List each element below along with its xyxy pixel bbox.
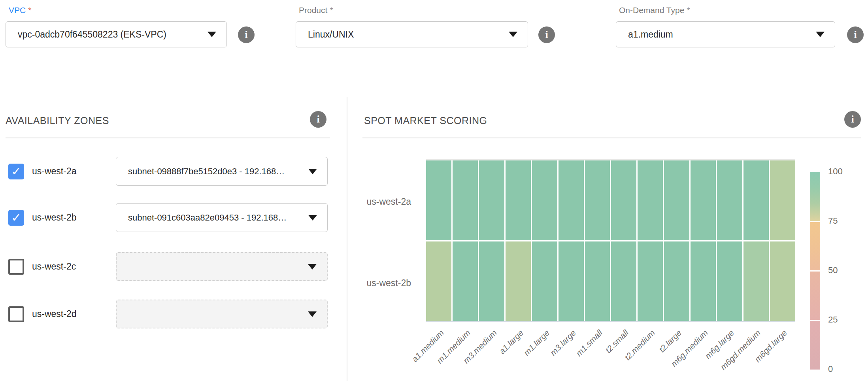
zone-checkbox-us-west-2d[interactable] — [8, 306, 24, 322]
zone-label: us-west-2c — [32, 261, 116, 272]
vpc-info-icon[interactable]: i — [238, 26, 255, 43]
az-row-us-west-2d: us-west-2d — [8, 300, 328, 328]
on-demand-type-select[interactable]: a1.medium — [616, 21, 835, 47]
colorbar-tick-label: 25 — [828, 315, 838, 325]
check-icon: ✓ — [11, 212, 21, 224]
heatmap-cell — [559, 241, 584, 321]
product-field-group: Product* Linux/UNIX — [296, 4, 529, 47]
spot-market-scoring-section: SPOT MARKET SCORING i us-west-2aus-west-… — [347, 97, 868, 381]
on-demand-type-required-asterisk: * — [687, 6, 690, 15]
subnet-select-us-west-2c — [116, 252, 328, 281]
heatmap-cell — [770, 241, 795, 321]
chevron-down-icon — [308, 264, 317, 270]
product-info-icon[interactable]: i — [538, 26, 555, 43]
zone-label: us-west-2a — [32, 166, 116, 177]
vpc-select[interactable]: vpc-0adcb70f645508223 (EKS-VPC) — [6, 21, 227, 47]
product-label-text: Product — [299, 6, 327, 15]
spot-market-scoring-info-icon[interactable]: i — [844, 111, 861, 128]
chevron-down-icon — [308, 215, 317, 221]
heatmap-cell — [426, 160, 451, 240]
heatmap-y-label: us-west-2a — [352, 196, 411, 207]
heatmap-cell — [506, 241, 531, 321]
on-demand-type-info-icon[interactable]: i — [847, 26, 864, 43]
colorbar-tick-label: 0 — [828, 364, 833, 374]
heatmap-cell — [743, 241, 769, 321]
vpc-label: VPC* — [9, 6, 227, 15]
az-row-us-west-2a: ✓ us-west-2a subnet-09888f7be5152d0e3 - … — [8, 157, 328, 186]
heatmap-cell — [506, 160, 531, 240]
product-select[interactable]: Linux/UNIX — [296, 21, 528, 47]
heatmap-cell — [479, 241, 504, 321]
heatmap-cell — [638, 241, 663, 321]
availability-zones-section: AVAILABILITY ZONES i ✓ us-west-2a subnet… — [0, 97, 347, 381]
availability-zones-rule — [6, 138, 330, 138]
heatmap-y-label: us-west-2b — [352, 278, 411, 289]
colorbar-gap — [810, 270, 820, 272]
chevron-down-icon — [509, 32, 517, 37]
on-demand-type-field-group: On-Demand Type* a1.medium — [616, 4, 836, 47]
heatmap-cell — [691, 160, 716, 240]
az-row-us-west-2b: ✓ us-west-2b subnet-091c603aa82e09453 - … — [8, 203, 328, 232]
heatmap-cell — [611, 241, 636, 321]
spot-instance-config-page: { "fields": { "vpc": { "label": "VPC", "… — [0, 0, 868, 381]
heatmap-cell — [770, 160, 795, 240]
heatmap-plot — [426, 159, 795, 322]
heatmap-cell — [585, 160, 610, 240]
heatmap-cell — [664, 241, 689, 321]
heatmap-cell — [453, 241, 478, 321]
subnet-select-us-west-2b[interactable]: subnet-091c603aa82e09453 - 192.168… — [116, 203, 328, 232]
heatmap-cell — [717, 241, 742, 321]
on-demand-type-select-value: a1.medium — [628, 29, 673, 40]
check-icon: ✓ — [11, 166, 21, 177]
chevron-down-icon — [308, 311, 317, 317]
vpc-required-asterisk: * — [28, 6, 31, 15]
spot-market-scoring-title: SPOT MARKET SCORING — [364, 115, 487, 126]
zone-checkbox-us-west-2b[interactable]: ✓ — [8, 210, 24, 226]
heatmap-cell — [585, 241, 610, 321]
spot-market-scoring-rule — [362, 138, 861, 138]
heatmap-cell — [611, 160, 636, 240]
chevron-down-icon — [308, 169, 317, 174]
availability-zones-info-icon[interactable]: i — [310, 111, 326, 128]
heatmap-cell — [638, 160, 663, 240]
zone-label: us-west-2b — [32, 212, 116, 223]
heatmap-cell — [691, 241, 716, 321]
colorbar-gap — [810, 221, 820, 222]
availability-zones-title: AVAILABILITY ZONES — [6, 115, 109, 126]
colorbar-tick-label: 50 — [828, 265, 838, 275]
product-label: Product* — [299, 6, 529, 15]
vpc-select-value: vpc-0adcb70f645508223 (EKS-VPC) — [18, 29, 166, 40]
subnet-select-us-west-2d — [116, 300, 328, 328]
product-required-asterisk: * — [330, 6, 333, 15]
colorbar-tick-label: 75 — [828, 216, 838, 226]
zone-checkbox-us-west-2a[interactable]: ✓ — [8, 164, 24, 179]
colorbar-tick-label: 100 — [828, 166, 843, 177]
heatmap-cell — [664, 160, 689, 240]
subnet-select-value: subnet-091c603aa82e09453 - 192.168… — [128, 213, 287, 223]
subnet-select-value: subnet-09888f7be5152d0e3 - 192.168… — [128, 166, 285, 177]
on-demand-type-label-text: On-Demand Type — [619, 6, 684, 15]
heatmap-colorbar — [810, 172, 820, 370]
heatmap-x-label: a1.medium — [367, 328, 446, 381]
heatmap-cell — [559, 160, 584, 240]
heatmap-cell — [717, 160, 742, 240]
heatmap-cell — [426, 241, 451, 321]
heatmap-cell — [532, 241, 557, 321]
heatmap-cell — [453, 160, 478, 240]
az-row-us-west-2c: us-west-2c — [8, 252, 328, 281]
zone-label: us-west-2d — [32, 309, 116, 319]
zone-checkbox-us-west-2c[interactable] — [8, 259, 24, 275]
product-select-value: Linux/UNIX — [308, 29, 354, 40]
vpc-field-group: VPC* vpc-0adcb70f645508223 (EKS-VPC) — [6, 4, 227, 47]
subnet-select-us-west-2a[interactable]: subnet-09888f7be5152d0e3 - 192.168… — [116, 157, 328, 186]
chevron-down-icon — [816, 32, 825, 37]
on-demand-type-label: On-Demand Type* — [619, 6, 836, 15]
chevron-down-icon — [208, 32, 216, 37]
heatmap-cell — [743, 160, 769, 240]
heatmap-cell — [532, 160, 557, 240]
vpc-label-text: VPC — [9, 6, 26, 15]
colorbar-gap — [810, 320, 820, 321]
heatmap-cell — [479, 160, 504, 240]
